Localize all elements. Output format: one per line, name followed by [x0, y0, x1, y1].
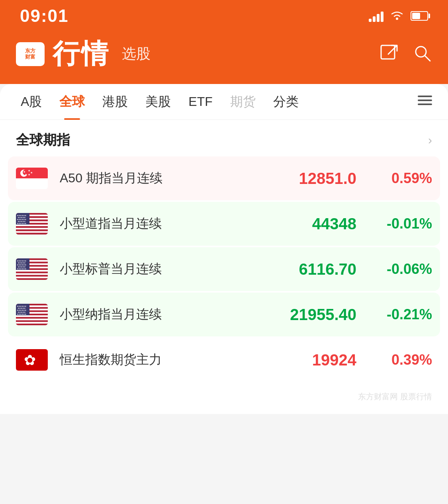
svg-point-0 [396, 18, 398, 20]
svg-rect-26 [16, 231, 48, 233]
status-time: 09:01 [20, 6, 69, 26]
tab-us-stock[interactable]: 美股 [137, 84, 180, 120]
section-header[interactable]: 全球期指 › [0, 120, 448, 156]
svg-rect-23 [16, 226, 48, 228]
stock-change-dow: -0.01% [368, 215, 432, 232]
stock-price-nasdaq: 21955.40 [269, 306, 356, 324]
svg-text:★: ★ [30, 171, 33, 174]
stock-price-dow: 44348 [269, 215, 356, 233]
svg-rect-7 [16, 178, 48, 189]
svg-rect-39 [16, 273, 48, 275]
flag-us-nasdaq: ★★★★★★ ★★★★★ ★★★★★★ ★★★★★ ★★★★★★ [16, 304, 48, 325]
stock-item-a50[interactable]: ★ ★ ★ ★ ★ A50 期指当月连续 12851.0 0.59% [8, 156, 440, 200]
stock-item-nasdaq[interactable]: ★★★★★★ ★★★★★ ★★★★★★ ★★★★★ ★★★★★★ 小型纳指当月连… [8, 293, 440, 336]
main-content: A股 全球 港股 美股 ETF 期货 分类 全球期指 › [0, 84, 448, 414]
svg-rect-53 [16, 322, 48, 324]
stock-price-sp: 6116.70 [269, 260, 356, 278]
svg-text:★: ★ [23, 170, 25, 173]
header-title: 行情 [53, 36, 110, 72]
stock-name-a50: A50 期指当月连续 [60, 170, 269, 187]
svg-rect-3 [418, 96, 432, 97]
tab-etf[interactable]: ETF [180, 84, 221, 120]
app-header: 东方 财富 行情 选股 [0, 32, 448, 84]
flag-us-sp: ★★★★★★ ★★★★★ ★★★★★★ ★★★★★ ★★★★★★ [16, 258, 48, 280]
svg-text:★: ★ [28, 173, 30, 176]
svg-rect-38 [16, 270, 48, 272]
svg-rect-5 [418, 104, 432, 105]
section-title: 全球期指 [16, 131, 70, 149]
logo-line1: 东方 [25, 48, 35, 54]
flag-us-dow: ★★★★★★ ★★★★★ ★★★★★★ ★★★★★ ★★★★★★ [16, 213, 48, 234]
status-icons [369, 8, 428, 24]
watermark: 东方财富网 股票行情 [0, 383, 448, 414]
stock-change-nasdaq: -0.21% [368, 306, 432, 323]
svg-rect-52 [16, 318, 48, 320]
tab-hk-stock[interactable]: 港股 [94, 84, 137, 120]
stock-item-dow[interactable]: ★★★★★★ ★★★★★ ★★★★★★ ★★★★★ ★★★★★★ 小型道指当月连… [8, 202, 440, 246]
tab-futures[interactable]: 期货 [221, 84, 264, 120]
stock-item-sp[interactable]: ★★★★★★ ★★★★★ ★★★★★★ ★★★★★ ★★★★★★ 小型标普当月连… [8, 247, 440, 291]
svg-text:★★★★★★: ★★★★★★ [17, 313, 27, 315]
header-actions [380, 44, 432, 64]
logo-line2: 财富 [25, 54, 35, 60]
tabs-container: A股 全球 港股 美股 ETF 期货 分类 [0, 84, 448, 120]
svg-rect-4 [418, 100, 432, 101]
svg-text:★★★★★★: ★★★★★★ [17, 222, 27, 225]
stock-price-a50: 12851.0 [269, 170, 356, 188]
svg-text:★★★★★★: ★★★★★★ [17, 268, 27, 270]
stock-price-hsi: 19924 [269, 351, 356, 369]
header-left: 东方 财富 行情 选股 [16, 36, 151, 72]
svg-rect-1 [381, 45, 395, 59]
svg-rect-40 [16, 277, 48, 278]
flag-hk: ✿ [16, 349, 48, 371]
svg-rect-27 [16, 233, 48, 234]
battery-icon [411, 11, 428, 21]
flag-sg: ★ ★ ★ ★ ★ [16, 168, 48, 189]
tab-global[interactable]: 全球 [51, 84, 94, 120]
search-icon[interactable] [413, 44, 432, 64]
svg-rect-24 [16, 228, 48, 229]
stock-name-hsi: 恒生指数期货主力 [60, 351, 269, 369]
stock-name-sp: 小型标普当月连续 [60, 260, 269, 278]
signal-icon [369, 10, 383, 22]
stock-change-hsi: 0.39% [368, 352, 432, 368]
svg-rect-51 [16, 315, 48, 317]
stock-change-sp: -0.06% [368, 261, 432, 277]
section-arrow: › [428, 133, 432, 147]
stock-item-hsi[interactable]: ✿ 恒生指数期货主力 19924 0.39% [8, 338, 440, 382]
stock-list: ★ ★ ★ ★ ★ A50 期指当月连续 12851.0 0.59% [0, 156, 448, 382]
svg-rect-25 [16, 230, 48, 231]
svg-text:★: ★ [25, 173, 27, 176]
svg-text:✿: ✿ [24, 352, 36, 368]
app-logo: 东方 财富 [16, 42, 45, 66]
status-bar: 09:01 [0, 0, 448, 32]
tab-a-stock[interactable]: A股 [12, 84, 51, 120]
tab-menu-icon[interactable] [414, 94, 436, 109]
stock-name-nasdaq: 小型纳指当月连续 [60, 306, 269, 323]
tab-category[interactable]: 分类 [264, 84, 307, 120]
share-icon[interactable] [380, 44, 399, 64]
stock-name-dow: 小型道指当月连续 [60, 215, 269, 232]
header-subtitle[interactable]: 选股 [122, 44, 151, 64]
svg-rect-22 [16, 225, 48, 226]
stock-change-a50: 0.59% [368, 170, 432, 187]
wifi-icon [390, 8, 404, 24]
